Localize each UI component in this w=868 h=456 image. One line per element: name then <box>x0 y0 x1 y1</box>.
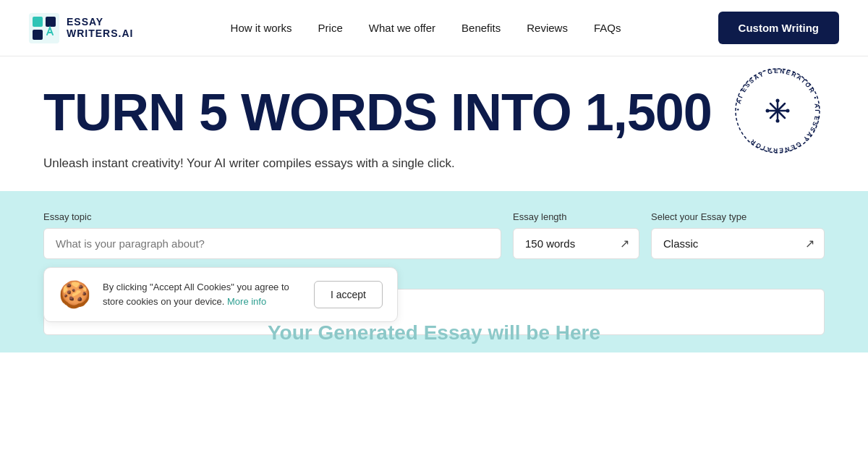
badge-svg: • AI ESSAY GENERATOR • AI ESSAY GENERATO… <box>731 64 825 158</box>
logo-text: ESSAY WRITERS.AI <box>67 17 133 39</box>
essay-length-group: Essay length 150 words 300 words 500 wor… <box>513 211 639 259</box>
cookie-more-info-link[interactable]: More info <box>227 296 266 307</box>
logo-line1: ESSAY <box>67 17 133 28</box>
essay-type-group: Select your Essay type Classic Argumenta… <box>651 211 825 259</box>
badge-icon <box>766 99 790 123</box>
svg-point-12 <box>776 119 780 123</box>
nav-how-it-works[interactable]: How it works <box>231 22 292 34</box>
navbar: ESSAY WRITERS.AI How it works Price What… <box>0 0 868 56</box>
topic-input[interactable] <box>43 228 501 259</box>
nav-price[interactable]: Price <box>318 22 343 34</box>
cookie-accept-button[interactable]: I accept <box>314 281 383 308</box>
logo-icon <box>29 13 59 43</box>
custom-writing-button[interactable]: Custom Writing <box>718 12 839 44</box>
nav-links: How it works Price What we offer Benefit… <box>231 22 621 35</box>
svg-rect-3 <box>46 17 56 27</box>
cookie-banner: 🍪 By clicking "Accept All Cookies" you a… <box>43 267 398 322</box>
nav-reviews[interactable]: Reviews <box>527 22 568 34</box>
type-select-wrapper: Classic Argumentative Descriptive Narrat… <box>651 228 825 259</box>
length-select[interactable]: 150 words 300 words 500 words 750 words … <box>513 228 639 259</box>
essay-topic-group: Essay topic <box>43 211 501 259</box>
form-row: Essay topic Essay length 150 words 300 w… <box>43 211 825 259</box>
type-label: Select your Essay type <box>651 211 825 222</box>
length-select-wrapper: 150 words 300 words 500 words 750 words … <box>513 228 639 259</box>
nav-faqs[interactable]: FAQs <box>594 22 621 34</box>
hero-subtitle: Unleash instant creativity! Your AI writ… <box>43 156 825 171</box>
hero-title: TURN 5 WORDS INTO 1,500 <box>43 85 731 140</box>
svg-point-10 <box>786 109 790 113</box>
hero-section: TURN 5 WORDS INTO 1,500 Unleash instant … <box>0 56 868 171</box>
badge-circle: • AI ESSAY GENERATOR • AI ESSAY GENERATO… <box>731 64 825 158</box>
cookie-icon: 🍪 <box>59 279 91 310</box>
nav-benefits[interactable]: Benefits <box>461 22 501 34</box>
logo: ESSAY WRITERS.AI <box>29 13 133 43</box>
main-content: TURN 5 WORDS INTO 1,500 Unleash instant … <box>0 56 868 352</box>
length-label: Essay length <box>513 211 639 222</box>
type-select[interactable]: Classic Argumentative Descriptive Narrat… <box>651 228 825 259</box>
nav-what-we-offer[interactable]: What we offer <box>369 22 435 34</box>
svg-rect-1 <box>33 17 43 27</box>
logo-line2: WRITERS.AI <box>67 28 133 39</box>
svg-rect-2 <box>33 30 43 40</box>
topic-label: Essay topic <box>43 211 501 222</box>
svg-point-13 <box>776 99 780 103</box>
svg-point-11 <box>766 109 770 113</box>
cookie-text: By clicking "Accept All Cookies" you agr… <box>103 280 302 308</box>
